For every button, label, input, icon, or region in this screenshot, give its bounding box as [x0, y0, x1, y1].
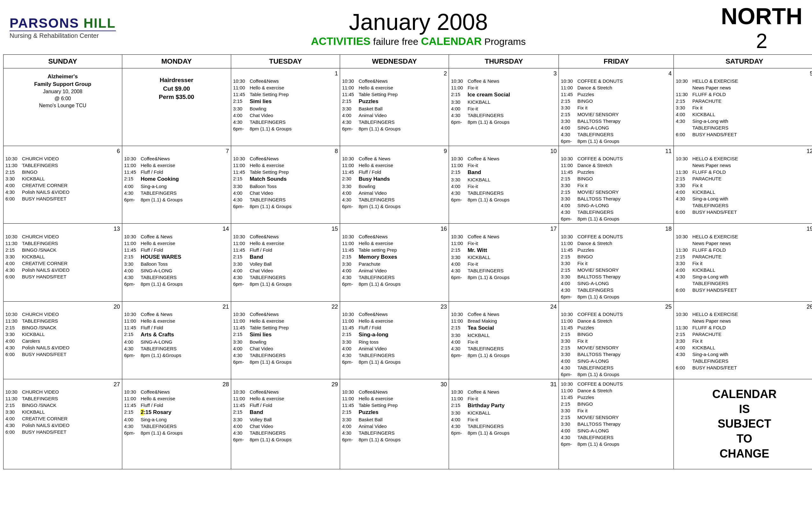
cell-content: Hairdresser Cut $9.00 Perm $35.00: [124, 70, 229, 102]
cell-sat-12: 12 10:30HELLO & EXERCISE News Paper news…: [674, 146, 812, 224]
cell-mon-week1: Hairdresser Cut $9.00 Perm $35.00: [122, 69, 231, 146]
cell-mon-7: 7 10:30Coffee&News 11:00Hello & exercise…: [122, 146, 231, 224]
cell-calendar-change: CALENDARISSUBJECTTOCHANGE: [674, 379, 812, 469]
month-title: January 2008: [311, 9, 526, 35]
cell-tue-1: 1 10:30Coffee&News 11:00Hello & exercise…: [231, 69, 340, 146]
title-center: January 2008 ACTIVITIES failure free CAL…: [311, 9, 526, 47]
cell-mon-14: 14 10:30Coffee & News 11:00Hello & exerc…: [122, 224, 231, 301]
cell-sun-27: 27 10:30CHURCH VIDEO 11:30TABLEFINGERS 2…: [3, 379, 122, 469]
cell-wed-30: 30 10:30Coffee&News 11:00Hello & exercis…: [340, 379, 449, 469]
table-row: Alzheimer's Family Support Group January…: [3, 69, 812, 146]
cell-fri-11: 11 10:30COFFEE & DONUTS 11:00Dance & Str…: [559, 146, 674, 224]
cell-thu-24: 24 10:30Coffee & News 11:00Bread Making …: [449, 301, 559, 379]
calendar-change-notice: CALENDARISSUBJECTTOCHANGE: [676, 380, 812, 468]
cell-fri-4: 4 10:30COFFEE & DONUTS 11:00Dance & Stre…: [559, 69, 674, 146]
north-num: 2: [721, 29, 802, 53]
calendar-table: SUNDAY MONDAY TUESDAY WEDNESDAY THURSDAY…: [3, 55, 812, 469]
col-monday: MONDAY: [122, 55, 231, 69]
cell-thu-17: 17 10:30Coffee & News 11:00Fix-it 2:15Mr…: [449, 224, 559, 301]
cell-wed-2: 2 10:30Coffee&News 11:00Hello & exercise…: [340, 69, 449, 146]
logo-subtitle: Nursing & Rehabilitation Center: [10, 31, 116, 40]
cell-sat-5: 5 10:30HELLO & EXERCISE News Paper news …: [674, 69, 812, 146]
cell-mon-21: 21 10:30Coffee & News 11:00Hello & exerc…: [122, 301, 231, 379]
cell-fri-18: 18 10:30COFFEE & DONUTS 11:00Dance & Str…: [559, 224, 674, 301]
cell-wed-9: 9 10:30Coffee & News 11:00Hello & exerci…: [340, 146, 449, 224]
cell-sat-19: 19 10:30HELLO & EXERCISE News Paper news…: [674, 224, 812, 301]
north-area: NORTH 2: [721, 3, 802, 53]
table-row: 6 10:30CHURCH VIDEO 11:30TABLEFINGERS 2:…: [3, 146, 812, 224]
logo-area: PARSONS HILL Nursing & Rehabilitation Ce…: [10, 17, 116, 40]
cell-mon-28: 28 10:30Coffee&News 11:00Hello & exercis…: [122, 379, 231, 469]
col-thursday: THURSDAY: [449, 55, 559, 69]
table-row: 13 10:30CHURCH VIDEO 11:30TABLEFINGERS 2…: [3, 224, 812, 301]
cell-blank-sunday: Alzheimer's Family Support Group January…: [3, 69, 122, 146]
col-wednesday: WEDNESDAY: [340, 55, 449, 69]
cell-thu-31: 31 10:30Coffee & News 11:00Fix-it 2:15Bi…: [449, 379, 559, 469]
cell-wed-23: 23 10:30Coffee&News 11:00Hello & exercis…: [340, 301, 449, 379]
table-row: 27 10:30CHURCH VIDEO 11:30TABLEFINGERS 2…: [3, 379, 812, 469]
cell-tue-15: 15 10:30Coffee&News 11:00Hello & exercis…: [231, 224, 340, 301]
col-saturday: SATURDAY: [674, 55, 812, 69]
cell-thu-3: 3 10:30Coffee & News 11:00Fix-it 2:15Ice…: [449, 69, 559, 146]
cell-sun-20: 20 10:30CHURCH VIDEO 11:30TABLEFINGERS 2…: [3, 301, 122, 379]
cell-thu-10: 10 10:30Coffee & News 11:00Fix-it 2:15Ba…: [449, 146, 559, 224]
cell-sun-13: 13 10:30CHURCH VIDEO 11:30TABLEFINGERS 2…: [3, 224, 122, 301]
cell-fri-25: 25 10:30COFFEE & DONUTS 11:00Dance & Str…: [559, 301, 674, 379]
col-friday: FRIDAY: [559, 55, 674, 69]
logo-parsons: PARSONS HILL: [10, 17, 116, 30]
cell-sat-26: 26 10:30HELLO & EXERCISE News Paper news…: [674, 301, 812, 379]
cell-sun-6: 6 10:30CHURCH VIDEO 11:30TABLEFINGERS 2:…: [3, 146, 122, 224]
col-tuesday: TUESDAY: [231, 55, 340, 69]
sunday-special-text: Alzheimer's Family Support Group January…: [5, 70, 120, 112]
cell-fri-blank: 10:30COFFEE & DONUTS 11:00Dance & Stretc…: [559, 379, 674, 469]
north-title: NORTH: [721, 3, 802, 29]
col-sunday: SUNDAY: [3, 55, 122, 69]
activities-line: ACTIVITIES failure free CALENDAR Program…: [311, 35, 526, 47]
cell-tue-22: 22 10:30Coffee&News 11:00Hello & exercis…: [231, 301, 340, 379]
cell-tue-29: 29 10:30Coffee&News 11:00Hello & exercis…: [231, 379, 340, 469]
cell-wed-16: 16 10:30Coffee&News 11:00Hello & exercis…: [340, 224, 449, 301]
header: PARSONS HILL Nursing & Rehabilitation Ce…: [0, 0, 812, 55]
table-row: 20 10:30CHURCH VIDEO 11:30TABLEFINGERS 2…: [3, 301, 812, 379]
cell-tue-8: 8 10:30Coffee&News 11:00Hello & exercise…: [231, 146, 340, 224]
